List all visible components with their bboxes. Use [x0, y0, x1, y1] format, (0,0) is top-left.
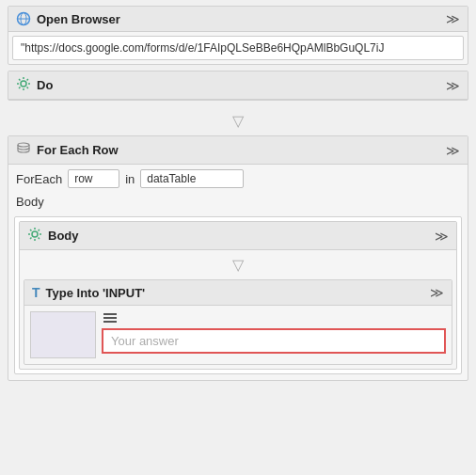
- type-into-preview: [30, 311, 96, 358]
- type-into-icon: T: [32, 286, 40, 299]
- open-browser-collapse[interactable]: ≫: [446, 11, 460, 26]
- type-into-content: Your answer: [24, 306, 452, 364]
- body-block-title: Body: [48, 229, 79, 243]
- foreach-title: For Each Row: [37, 143, 119, 157]
- type-into-right: Your answer: [102, 311, 446, 354]
- foreach-inner-body: Body ≫ ▽ T Type Into 'INPUT' ≫: [14, 216, 462, 374]
- foreach-row: ForEach in: [8, 165, 468, 193]
- foreach-in-label: in: [125, 172, 135, 186]
- do-block: Do ≫: [8, 71, 468, 101]
- svg-point-5: [32, 231, 38, 237]
- body-gear-icon: [27, 227, 42, 245]
- body-inner-header: Body ≫: [20, 222, 456, 250]
- foreach-collapse[interactable]: ≫: [446, 143, 460, 158]
- globe-icon: [16, 11, 31, 26]
- type-into-block: T Type Into 'INPUT' ≫: [24, 279, 452, 365]
- do-gear-icon: [16, 76, 31, 94]
- main-container: Open Browser ≫ "https://docs.google.com/…: [0, 0, 476, 475]
- do-block-header: Do ≫: [8, 71, 468, 100]
- foreach-body-label: Body: [8, 193, 468, 213]
- body-block-collapse[interactable]: ≫: [435, 229, 449, 244]
- type-into-collapse[interactable]: ≫: [430, 285, 444, 300]
- open-browser-block: Open Browser ≫ "https://docs.google.com/…: [8, 6, 468, 65]
- foreach-header: For Each Row ≫: [8, 136, 468, 165]
- type-into-title: Type Into 'INPUT': [46, 286, 146, 300]
- arrow-down-2: ▽: [20, 250, 456, 279]
- type-into-header: T Type Into 'INPUT' ≫: [24, 280, 452, 306]
- do-block-collapse[interactable]: ≫: [446, 78, 460, 93]
- foreach-table-input[interactable]: [140, 169, 244, 188]
- svg-point-3: [21, 81, 26, 87]
- svg-point-4: [18, 143, 29, 147]
- open-browser-url: "https://docs.google.com/forms/d/e/1FAIp…: [12, 36, 464, 60]
- open-browser-header: Open Browser ≫: [8, 7, 468, 32]
- your-answer-text: Your answer: [111, 334, 179, 348]
- your-answer-box[interactable]: Your answer: [102, 328, 446, 354]
- body-inner-block: Body ≫ ▽ T Type Into 'INPUT' ≫: [19, 221, 457, 370]
- foreach-label: ForEach: [16, 172, 62, 186]
- do-block-title: Do: [37, 78, 53, 92]
- triangle-icon-1: ▽: [232, 112, 244, 130]
- menu-icon[interactable]: [102, 311, 446, 325]
- arrow-down-1: ▽: [0, 106, 476, 135]
- foreach-db-icon: [16, 141, 31, 159]
- open-browser-title: Open Browser: [37, 12, 120, 26]
- foreach-row-input[interactable]: [68, 169, 119, 188]
- triangle-icon-2: ▽: [232, 256, 244, 274]
- foreach-block: For Each Row ≫ ForEach in Body: [8, 135, 468, 381]
